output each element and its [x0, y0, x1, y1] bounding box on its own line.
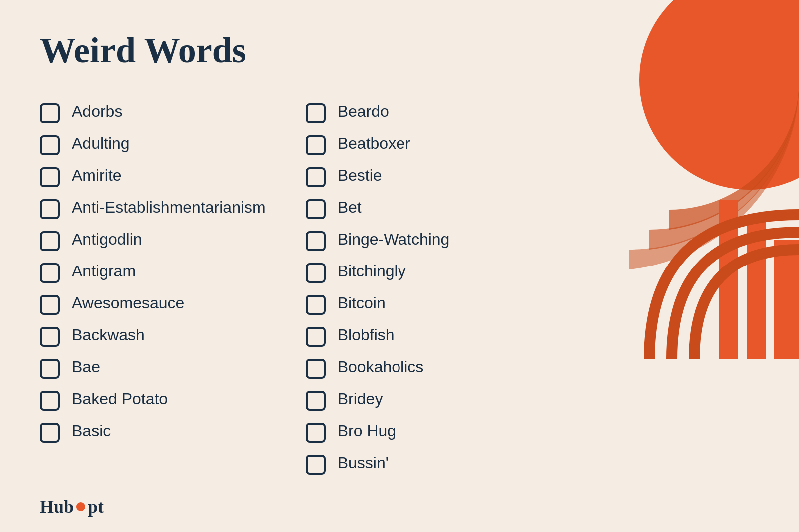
item-label: Bussin' [338, 453, 389, 474]
checkbox[interactable] [40, 167, 60, 187]
checkbox[interactable] [40, 263, 60, 283]
item-label: Beatboxer [338, 133, 410, 154]
right-column: Beardo Beatboxer Bestie Bet Binge-Watchi… [306, 96, 515, 480]
list-item[interactable]: Bro Hug [306, 416, 515, 448]
checkbox[interactable] [306, 135, 326, 155]
checkbox[interactable] [306, 295, 326, 315]
checkbox[interactable] [306, 455, 326, 475]
list-item[interactable]: Amirite [40, 160, 266, 192]
main-container: Weird Words Adorbs Adulting Amirite Anti… [0, 0, 799, 510]
list-item[interactable]: Baked Potato [40, 384, 266, 416]
list-item[interactable]: Antigodlin [40, 224, 266, 256]
list-item[interactable]: Anti-Establishmentarianism [40, 192, 266, 224]
list-item[interactable]: Beatboxer [306, 128, 515, 160]
page-title: Weird Words [40, 30, 759, 71]
list-item[interactable]: Bridey [306, 384, 515, 416]
list-item[interactable]: Antigram [40, 256, 266, 288]
checkbox[interactable] [306, 199, 326, 219]
columns-wrapper: Adorbs Adulting Amirite Anti-Establishme… [40, 96, 759, 480]
item-label: Blobfish [338, 325, 395, 346]
item-label: Baked Potato [72, 389, 168, 410]
checkbox[interactable] [306, 103, 326, 123]
checkbox[interactable] [40, 423, 60, 443]
item-label: Adulting [72, 133, 130, 154]
item-label: Backwash [72, 325, 145, 346]
item-label: Bookaholics [338, 357, 424, 378]
checkbox[interactable] [306, 423, 326, 443]
item-label: Bitcoin [338, 293, 386, 314]
checkbox[interactable] [40, 295, 60, 315]
list-item[interactable]: Adulting [40, 128, 266, 160]
hubspot-logo-dot [76, 502, 85, 511]
item-label: Bridey [338, 389, 383, 410]
item-label: Amirite [72, 165, 122, 186]
list-item[interactable]: Bestie [306, 160, 515, 192]
hubspot-logo-text-part2: pt [88, 496, 104, 517]
checkbox[interactable] [306, 327, 326, 347]
checkbox[interactable] [306, 263, 326, 283]
checkbox[interactable] [306, 231, 326, 251]
item-label: Basic [72, 421, 111, 442]
list-item[interactable]: Awesomesauce [40, 288, 266, 320]
list-item[interactable]: Bookaholics [306, 352, 515, 384]
list-item[interactable]: Bet [306, 192, 515, 224]
list-item[interactable]: Bitcoin [306, 288, 515, 320]
item-label: Bestie [338, 165, 382, 186]
checkbox[interactable] [40, 231, 60, 251]
item-label: Awesomesauce [72, 293, 184, 314]
list-item[interactable]: Basic [40, 416, 266, 448]
item-label: Adorbs [72, 101, 122, 122]
footer: Hub pt [40, 496, 104, 517]
checkbox[interactable] [40, 103, 60, 123]
item-label: Bro Hug [338, 421, 396, 442]
item-label: Anti-Establishmentarianism [72, 197, 266, 218]
checkbox[interactable] [40, 391, 60, 411]
item-label: Bet [338, 197, 362, 218]
checkbox[interactable] [306, 391, 326, 411]
item-label: Antigram [72, 261, 136, 282]
checkbox[interactable] [40, 359, 60, 379]
checkbox[interactable] [306, 359, 326, 379]
hubspot-logo-text-part1: Hub [40, 496, 74, 517]
checkbox[interactable] [40, 199, 60, 219]
checkbox[interactable] [40, 135, 60, 155]
list-item[interactable]: Backwash [40, 320, 266, 352]
item-label: Bitchingly [338, 261, 406, 282]
list-item[interactable]: Blobfish [306, 320, 515, 352]
checkbox[interactable] [40, 327, 60, 347]
left-column: Adorbs Adulting Amirite Anti-Establishme… [40, 96, 266, 480]
list-item[interactable]: Bae [40, 352, 266, 384]
item-label: Binge-Watching [338, 229, 450, 250]
item-label: Antigodlin [72, 229, 142, 250]
item-label: Beardo [338, 101, 389, 122]
list-item[interactable]: Bitchingly [306, 256, 515, 288]
list-item[interactable]: Bussin' [306, 448, 515, 480]
item-label: Bae [72, 357, 100, 378]
list-item[interactable]: Adorbs [40, 96, 266, 128]
list-item[interactable]: Beardo [306, 96, 515, 128]
list-item[interactable]: Binge-Watching [306, 224, 515, 256]
hubspot-logo: Hub pt [40, 496, 104, 517]
checkbox[interactable] [306, 167, 326, 187]
